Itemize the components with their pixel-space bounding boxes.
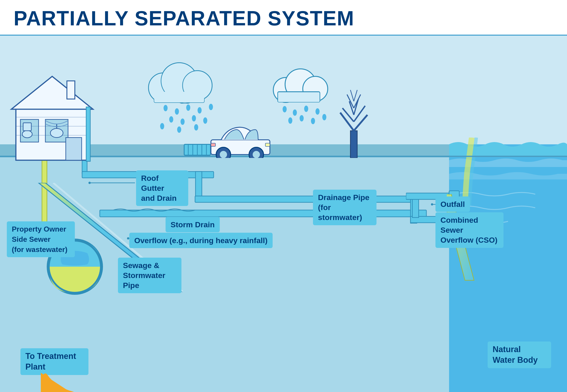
svg-point-28 bbox=[304, 106, 308, 112]
svg-point-16 bbox=[186, 104, 190, 111]
svg-line-73 bbox=[354, 90, 357, 101]
svg-point-31 bbox=[300, 115, 304, 121]
svg-point-58 bbox=[220, 151, 227, 158]
svg-point-24 bbox=[177, 126, 181, 133]
svg-line-71 bbox=[354, 95, 361, 108]
svg-point-18 bbox=[209, 104, 213, 110]
cloud-left bbox=[141, 58, 218, 104]
cloud-right bbox=[268, 65, 331, 104]
svg-rect-39 bbox=[66, 138, 82, 160]
svg-line-72 bbox=[350, 90, 354, 101]
label-overflow: Overflow (e.g., during heavy rainfall) bbox=[129, 233, 273, 248]
header: PARTIALLY SEPARATED SYSTEM bbox=[0, 0, 567, 36]
label-natural-water-body: Natural Water Body bbox=[488, 341, 551, 368]
diagram-area: Roof Gutter and Drain Storm Drain Draina… bbox=[0, 36, 567, 392]
svg-point-15 bbox=[175, 108, 179, 115]
tree bbox=[329, 85, 379, 158]
svg-point-101 bbox=[431, 203, 433, 206]
svg-rect-13 bbox=[278, 92, 320, 102]
car bbox=[209, 122, 272, 158]
label-sewage-stormwater: Sewage & Stormwater Pipe bbox=[118, 258, 181, 293]
svg-point-33 bbox=[322, 114, 326, 120]
svg-point-99 bbox=[127, 237, 129, 239]
svg-rect-63 bbox=[350, 131, 357, 158]
svg-rect-44 bbox=[23, 123, 31, 131]
svg-point-30 bbox=[288, 117, 292, 124]
svg-point-19 bbox=[169, 116, 173, 123]
label-side-sewer: Property Owner Side Sewer (for wastewate… bbox=[7, 221, 75, 257]
svg-point-29 bbox=[316, 108, 320, 115]
svg-point-23 bbox=[160, 123, 164, 129]
leader-roof-gutter bbox=[88, 178, 137, 187]
svg-rect-62 bbox=[211, 143, 216, 146]
svg-rect-61 bbox=[265, 143, 270, 146]
svg-point-22 bbox=[203, 117, 207, 124]
svg-point-25 bbox=[194, 124, 198, 130]
page-title: PARTIALLY SEPARATED SYSTEM bbox=[14, 7, 553, 30]
label-cso: Combined Sewer Overflow (CSO) bbox=[436, 212, 504, 248]
rain-drops-right bbox=[279, 105, 329, 141]
house bbox=[7, 65, 109, 162]
svg-point-43 bbox=[22, 130, 32, 138]
svg-point-60 bbox=[253, 151, 260, 158]
svg-point-32 bbox=[311, 118, 315, 124]
svg-line-65 bbox=[354, 115, 367, 131]
svg-marker-35 bbox=[11, 76, 93, 109]
svg-rect-76 bbox=[195, 171, 202, 199]
svg-point-14 bbox=[163, 105, 168, 111]
svg-line-64 bbox=[340, 113, 354, 131]
svg-point-90 bbox=[88, 182, 91, 184]
svg-rect-8 bbox=[154, 92, 204, 102]
svg-point-26 bbox=[283, 106, 287, 112]
svg-point-20 bbox=[181, 118, 185, 125]
svg-rect-77 bbox=[195, 196, 413, 202]
svg-rect-36 bbox=[67, 81, 75, 99]
svg-point-21 bbox=[192, 115, 196, 121]
svg-point-45 bbox=[50, 128, 63, 138]
orange-arrow bbox=[41, 371, 86, 392]
label-drainage-pipe: Drainage Pipe (for stormwater) bbox=[313, 190, 377, 225]
label-storm-drain: Storm Drain bbox=[166, 217, 220, 232]
main-container: PARTIALLY SEPARATED SYSTEM bbox=[0, 0, 567, 392]
svg-rect-47 bbox=[86, 107, 90, 161]
label-roof-gutter: Roof Gutter and Drain bbox=[136, 170, 188, 206]
svg-point-27 bbox=[293, 110, 297, 116]
svg-point-17 bbox=[198, 107, 202, 113]
label-outfall: Outfall bbox=[436, 196, 470, 212]
